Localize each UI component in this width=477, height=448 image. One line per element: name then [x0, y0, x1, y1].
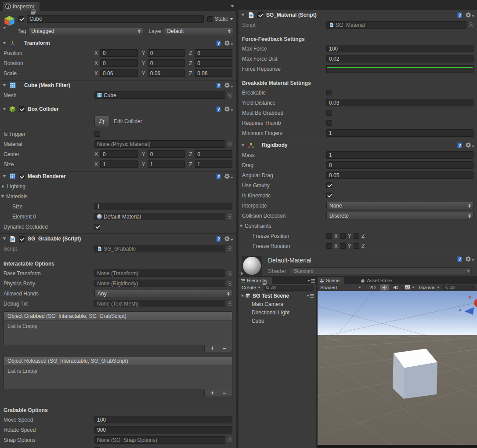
- help-icon[interactable]: ?: [456, 12, 463, 18]
- script-object-field[interactable]: SG_Material: [326, 21, 466, 29]
- minimum-fingers-field[interactable]: 1: [326, 129, 473, 137]
- object-picker-icon[interactable]: [228, 214, 232, 219]
- base-transform-field[interactable]: None (Transform): [94, 270, 225, 277]
- freeze-rotation-x-checkbox[interactable]: [326, 243, 332, 249]
- freeze-position-y-checkbox[interactable]: [340, 233, 346, 239]
- physic-material-field[interactable]: None (Physic Material): [94, 140, 225, 148]
- lighting-toggle-button[interactable]: [380, 284, 389, 291]
- help-icon[interactable]: ?: [215, 82, 221, 89]
- tag-dropdown[interactable]: Untagged: [28, 28, 143, 35]
- position-x-field[interactable]: 0: [100, 49, 138, 57]
- force-response-curve-field[interactable]: [326, 65, 473, 73]
- angular-drag-field[interactable]: 0.05: [326, 171, 473, 179]
- audio-toggle-button[interactable]: [391, 284, 400, 291]
- use-gravity-checkbox[interactable]: [326, 182, 332, 188]
- object-picker-icon[interactable]: [228, 271, 232, 276]
- center-y-field[interactable]: 0: [148, 150, 185, 158]
- component-enabled-checkbox[interactable]: [19, 106, 25, 112]
- remove-event-button[interactable]: −: [223, 390, 226, 396]
- scene-menu-icon[interactable]: [307, 294, 314, 298]
- material-foldout-icon[interactable]: [241, 272, 243, 275]
- yield-distance-field[interactable]: 0.03: [326, 99, 473, 106]
- collision-detection-dropdown[interactable]: Discrete: [326, 212, 473, 219]
- add-event-button[interactable]: +: [211, 390, 214, 396]
- pane-menu-icon[interactable]: [307, 279, 315, 283]
- element0-object-field[interactable]: Default-Material: [94, 213, 225, 220]
- freeze-position-x-checkbox[interactable]: [326, 233, 332, 239]
- gear-icon[interactable]: [465, 256, 474, 262]
- script-object-field[interactable]: SG_Grabable: [94, 245, 225, 252]
- allowed-hands-dropdown[interactable]: Any: [94, 290, 232, 297]
- effects-toggle-button[interactable]: [403, 284, 416, 290]
- center-x-field[interactable]: 0: [100, 150, 138, 158]
- object-picker-icon[interactable]: [228, 246, 232, 251]
- object-picker-icon[interactable]: [469, 22, 473, 27]
- foldout-icon[interactable]: [241, 144, 245, 146]
- help-icon[interactable]: ?: [215, 40, 221, 47]
- gear-icon[interactable]: [224, 236, 233, 242]
- drag-field[interactable]: 0: [326, 161, 473, 169]
- hierarchy-scene-row[interactable]: SG Test Scene: [238, 291, 316, 300]
- size-z-field[interactable]: 1: [195, 160, 232, 168]
- materials-size-field[interactable]: 1: [94, 203, 232, 210]
- freeze-rotation-z-checkbox[interactable]: [354, 243, 359, 249]
- create-button[interactable]: Create: [240, 285, 262, 290]
- static-checkbox[interactable]: [207, 16, 213, 22]
- static-toggle[interactable]: Static: [207, 16, 233, 22]
- size-y-field[interactable]: 1: [148, 160, 185, 168]
- interpolate-dropdown[interactable]: None: [326, 202, 473, 209]
- edit-collider-button[interactable]: [94, 116, 109, 127]
- name-field[interactable]: Cube: [27, 15, 204, 23]
- static-dropdown-icon[interactable]: [230, 18, 233, 20]
- object-picker-icon[interactable]: [228, 281, 232, 286]
- must-be-grabbed-checkbox[interactable]: [326, 110, 332, 116]
- rotate-speed-field[interactable]: 900: [94, 426, 232, 433]
- gear-icon[interactable]: [224, 106, 233, 112]
- hierarchy-item-directional-light[interactable]: Directional Light: [238, 308, 316, 317]
- lighting-foldout-row[interactable]: Lighting: [0, 181, 236, 191]
- debug-txt-field[interactable]: None (Text Mesh): [94, 300, 225, 307]
- center-z-field[interactable]: 0: [195, 150, 232, 158]
- max-force-field[interactable]: 100: [326, 45, 473, 52]
- is-trigger-checkbox[interactable]: [94, 131, 100, 137]
- foldout-icon[interactable]: [3, 237, 6, 240]
- mass-field[interactable]: 1: [326, 151, 473, 159]
- object-picker-icon[interactable]: [228, 142, 232, 146]
- object-picker-icon[interactable]: [228, 301, 232, 306]
- hierarchy-item-cube[interactable]: Cube: [238, 317, 316, 325]
- materials-foldout-row[interactable]: Materials: [0, 191, 236, 201]
- freeze-rotation-y-checkbox[interactable]: [340, 243, 346, 249]
- is-kinematic-checkbox[interactable]: [326, 193, 332, 198]
- help-icon[interactable]: ?: [215, 236, 221, 242]
- foldout-icon[interactable]: [3, 108, 6, 110]
- lock-icon[interactable]: [263, 281, 267, 285]
- component-enabled-checkbox[interactable]: [19, 174, 25, 179]
- component-enabled-checkbox[interactable]: [19, 236, 25, 242]
- component-enabled-checkbox[interactable]: [257, 12, 263, 18]
- gear-icon[interactable]: [465, 12, 474, 18]
- shaded-dropdown[interactable]: Shaded: [319, 285, 362, 290]
- foldout-icon[interactable]: [3, 42, 6, 44]
- scene-viewport[interactable]: x z: [318, 291, 477, 445]
- add-event-button[interactable]: +: [211, 345, 214, 351]
- rotation-x-field[interactable]: 0: [100, 59, 138, 67]
- position-y-field[interactable]: 0: [148, 49, 185, 57]
- object-picker-icon[interactable]: [228, 437, 232, 442]
- pane-menu-icon[interactable]: [231, 5, 234, 7]
- layer-dropdown[interactable]: Default: [164, 28, 233, 35]
- tab-scene[interactable]: Scene: [318, 277, 344, 284]
- 2d-toggle-button[interactable]: 2D: [368, 284, 377, 291]
- prefab-expand-icon[interactable]: [3, 27, 6, 29]
- tab-asset-store[interactable]: Asset Store: [357, 277, 395, 284]
- object-picker-icon[interactable]: [228, 93, 232, 98]
- position-z-field[interactable]: 0: [195, 49, 232, 57]
- hierarchy-item-main-camera[interactable]: Main Camera: [238, 300, 316, 308]
- scale-z-field[interactable]: 0.06: [195, 69, 232, 77]
- tab-hierarchy[interactable]: Hierarchy: [238, 277, 272, 284]
- shader-dropdown[interactable]: Standard: [291, 267, 472, 274]
- scale-x-field[interactable]: 0.06: [100, 69, 138, 77]
- gear-icon[interactable]: [224, 173, 233, 179]
- foldout-icon[interactable]: [3, 175, 6, 178]
- physics-body-field[interactable]: None (Rigidbody): [94, 280, 225, 287]
- help-icon[interactable]: ?: [456, 142, 463, 149]
